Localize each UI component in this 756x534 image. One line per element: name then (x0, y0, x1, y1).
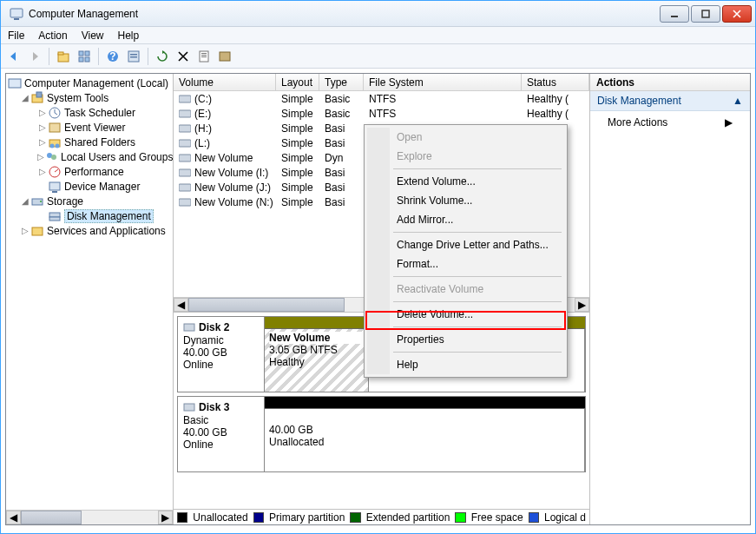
tree-storage[interactable]: ◢Storage (8, 194, 173, 208)
ctx-format[interactable]: Format... (367, 254, 564, 274)
svg-rect-14 (130, 56, 137, 58)
legend-primary: Primary partition (269, 511, 345, 524)
chevron-right-icon: ▶ (725, 116, 733, 129)
svg-rect-3 (702, 10, 709, 17)
tree-device-manager[interactable]: ▷Device Manager (8, 179, 173, 194)
col-type[interactable]: Type (319, 74, 364, 90)
toolbar-up-icon[interactable] (54, 47, 73, 66)
svg-rect-43 (179, 169, 191, 176)
partition-new-volume[interactable]: New Volume 3.05 GB NTFS Healthy (265, 329, 369, 392)
col-volume[interactable]: Volume (174, 74, 276, 90)
tree-disk-management[interactable]: ▷Disk Management (8, 208, 173, 223)
toolbar-settings-icon[interactable] (124, 47, 143, 66)
svg-rect-22 (36, 92, 42, 97)
scroll-right-icon[interactable]: ▶ (158, 511, 173, 524)
help-icon[interactable]: ? (103, 47, 122, 66)
svg-rect-0 (10, 9, 23, 17)
svg-rect-39 (179, 110, 191, 117)
collapse-icon: ▲ (733, 95, 743, 107)
svg-rect-9 (85, 57, 89, 62)
titlebar: Computer Management (1, 1, 755, 27)
toolbar-extra-icon[interactable] (215, 47, 234, 66)
menu-file[interactable]: File (8, 30, 24, 42)
nav-back-button[interactable] (4, 47, 23, 66)
col-filesystem[interactable]: File System (364, 74, 522, 90)
svg-rect-36 (49, 217, 60, 221)
svg-rect-8 (79, 57, 83, 62)
delete-icon[interactable] (174, 47, 193, 66)
menu-action[interactable]: Action (38, 30, 67, 42)
refresh-icon[interactable] (153, 47, 172, 66)
legend-extended: Extended partition (366, 511, 450, 524)
ctx-change-drive-letter[interactable]: Change Drive Letter and Paths... (367, 235, 564, 254)
menu-help[interactable]: Help (118, 30, 140, 42)
actions-section[interactable]: Disk Management ▲ (590, 91, 750, 111)
scroll-left-icon[interactable]: ◀ (174, 298, 188, 312)
app-icon (10, 7, 23, 21)
scroll-right-icon[interactable]: ▶ (575, 298, 589, 312)
callout-highlight (365, 311, 566, 330)
properties-icon[interactable] (194, 47, 214, 66)
ctx-extend-volume[interactable]: Extend Volume... (367, 172, 564, 191)
volume-row[interactable]: (E:)SimpleBasicNTFSHealthy ( (174, 106, 589, 121)
svg-rect-17 (201, 55, 207, 56)
svg-rect-32 (52, 191, 57, 193)
ctx-shrink-volume[interactable]: Shrink Volume... (367, 191, 564, 210)
menu-view[interactable]: View (82, 30, 104, 42)
tree-root[interactable]: Computer Management (Local) (8, 76, 173, 90)
maximize-button[interactable] (691, 5, 720, 23)
svg-point-29 (51, 155, 56, 160)
col-layout[interactable]: Layout (276, 74, 319, 90)
tree-services-apps[interactable]: ▷Services and Applications (8, 223, 173, 238)
svg-rect-47 (184, 404, 194, 411)
tree-system-tools[interactable]: ◢System Tools (8, 90, 173, 105)
minimize-button[interactable] (660, 5, 689, 23)
disk-row-3[interactable]: Disk 3 Basic 40.00 GB Online 40.00 GB Un… (177, 396, 586, 472)
svg-rect-20 (9, 79, 21, 88)
disk-info: Disk 3 Basic 40.00 GB Online (178, 397, 265, 471)
svg-rect-46 (184, 324, 194, 331)
tree-shared-folders[interactable]: ▷Shared Folders (8, 135, 173, 149)
tree-performance[interactable]: ▷Performance (8, 164, 173, 179)
svg-rect-42 (179, 155, 191, 162)
ctx-properties[interactable]: Properties (367, 330, 564, 349)
svg-rect-1 (14, 18, 19, 20)
close-button[interactable] (722, 5, 752, 23)
svg-rect-24 (49, 123, 60, 132)
tree-task-scheduler[interactable]: ▷Task Scheduler (8, 105, 173, 120)
ctx-reactivate-volume: Reactivate Volume (367, 280, 564, 299)
legend-free: Free space (471, 511, 523, 524)
grid-header: Volume Layout Type File System Status (174, 74, 589, 91)
tree-local-users[interactable]: ▷Local Users and Groups (8, 149, 173, 164)
window-title: Computer Management (29, 8, 660, 20)
legend-unallocated: Unallocated (193, 511, 247, 524)
svg-rect-45 (179, 199, 191, 206)
tree-hscrollbar[interactable]: ◀ ▶ (6, 510, 173, 524)
context-menu: Open Explore Extend Volume... Shrink Vol… (364, 124, 568, 378)
legend-logical: Logical d (544, 511, 586, 524)
ctx-open: Open (367, 128, 564, 147)
partition-unallocated[interactable]: 40.00 GB Unallocated (265, 409, 585, 471)
col-status[interactable]: Status (522, 74, 589, 90)
toolbar: ? (1, 44, 755, 69)
ctx-help[interactable]: Help (367, 355, 564, 374)
scroll-left-icon[interactable]: ◀ (6, 511, 21, 524)
svg-point-26 (50, 143, 55, 148)
ctx-add-mirror[interactable]: Add Mirror... (367, 210, 564, 229)
svg-rect-38 (179, 96, 191, 102)
svg-text:?: ? (109, 50, 115, 63)
actions-more[interactable]: More Actions▶ (590, 111, 750, 134)
svg-rect-31 (49, 182, 60, 190)
tree-pane: Computer Management (Local) ◢System Tool… (6, 74, 174, 524)
svg-rect-6 (79, 51, 83, 56)
volume-row[interactable]: (C:)SimpleBasicNTFSHealthy ( (174, 91, 589, 106)
nav-forward-button[interactable] (25, 47, 44, 66)
svg-rect-16 (201, 53, 207, 54)
tree-event-viewer[interactable]: ▷Event Viewer (8, 120, 173, 135)
svg-point-27 (56, 143, 60, 148)
window-controls (660, 5, 752, 23)
svg-rect-7 (85, 51, 89, 56)
svg-rect-40 (179, 125, 191, 132)
disk-info: Disk 2 Dynamic 40.00 GB Online (178, 317, 265, 392)
toolbar-views-icon[interactable] (75, 47, 94, 66)
